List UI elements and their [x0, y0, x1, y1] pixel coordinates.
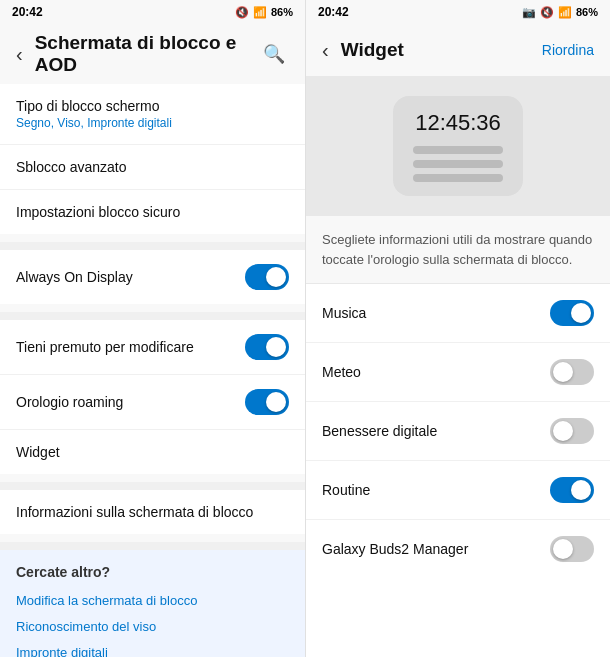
tipo-blocco-item[interactable]: Tipo di blocco schermo Segno, Viso, Impr…: [0, 84, 305, 145]
widget-line-2: [413, 160, 503, 168]
widget-page-title: Widget: [341, 39, 542, 61]
orologio-roaming-item[interactable]: Orologio roaming: [0, 375, 305, 430]
right-status-time: 20:42: [318, 5, 349, 19]
left-status-time: 20:42: [12, 5, 43, 19]
tieni-premuto-item[interactable]: Tieni premuto per modificare: [0, 320, 305, 375]
right-status-icons: 📷 🔇 📶 86%: [522, 6, 598, 19]
search-link-1[interactable]: Riconoscimento del viso: [16, 614, 289, 640]
musica-toggle[interactable]: [550, 300, 594, 326]
tieni-premuto-title: Tieni premuto per modificare: [16, 339, 245, 355]
orologio-roaming-toggle[interactable]: [245, 389, 289, 415]
camera-icon: 📷: [522, 6, 536, 19]
info-schermata-title: Informazioni sulla schermata di blocco: [16, 504, 289, 520]
left-status-bar: 20:42 🔇 📶 86%: [0, 0, 305, 24]
reorder-button[interactable]: Riordina: [542, 42, 594, 58]
widget-title: Widget: [16, 444, 289, 460]
widget-line-1: [413, 146, 503, 154]
left-status-icons: 🔇 📶 86%: [235, 6, 293, 19]
left-page-title: Schermata di blocco e AOD: [35, 32, 259, 76]
musica-label: Musica: [322, 305, 366, 321]
widget-back-button[interactable]: ‹: [314, 35, 337, 66]
benessere-item[interactable]: Benessere digitale: [306, 402, 610, 461]
widget-description: Scegliete informazioni utili da mostrare…: [306, 216, 610, 284]
section-misc: Tieni premuto per modificare Orologio ro…: [0, 320, 305, 474]
search-icon[interactable]: 🔍: [259, 39, 289, 69]
meteo-item[interactable]: Meteo: [306, 343, 610, 402]
sblocco-avanzato-item[interactable]: Sblocco avanzato: [0, 145, 305, 190]
divider-1: [0, 242, 305, 250]
signal-icon-right: 📶: [558, 6, 572, 19]
widget-preview-container: 12:45:36: [306, 76, 610, 216]
widget-clock: 12:45:36: [413, 110, 503, 136]
mute-icon-right: 🔇: [540, 6, 554, 19]
divider-4: [0, 542, 305, 550]
impostazioni-blocco-item[interactable]: Impostazioni blocco sicuro: [0, 190, 305, 234]
section-info: Informazioni sulla schermata di blocco: [0, 490, 305, 534]
impostazioni-blocco-title: Impostazioni blocco sicuro: [16, 204, 289, 220]
always-on-toggle[interactable]: [245, 264, 289, 290]
search-link-0[interactable]: Modifica la schermata di blocco: [16, 588, 289, 614]
benessere-toggle[interactable]: [550, 418, 594, 444]
routine-label: Routine: [322, 482, 370, 498]
right-panel: 20:42 📷 🔇 📶 86% ‹ Widget Riordina 12:45:…: [305, 0, 610, 657]
galaxy-buds-label: Galaxy Buds2 Manager: [322, 541, 468, 557]
meteo-label: Meteo: [322, 364, 361, 380]
left-panel: 20:42 🔇 📶 86% ‹ Schermata di blocco e AO…: [0, 0, 305, 657]
routine-item[interactable]: Routine: [306, 461, 610, 520]
meteo-toggle[interactable]: [550, 359, 594, 385]
signal-icon: 📶: [253, 6, 267, 19]
settings-scroll-area: Tipo di blocco schermo Segno, Viso, Impr…: [0, 84, 305, 657]
section-lock-type: Tipo di blocco schermo Segno, Viso, Impr…: [0, 84, 305, 234]
widget-preview: 12:45:36: [393, 96, 523, 196]
battery-left: 86%: [271, 6, 293, 18]
right-status-bar: 20:42 📷 🔇 📶 86%: [306, 0, 610, 24]
galaxy-buds-toggle[interactable]: [550, 536, 594, 562]
left-header: ‹ Schermata di blocco e AOD 🔍: [0, 24, 305, 84]
divider-2: [0, 312, 305, 320]
info-schermata-item[interactable]: Informazioni sulla schermata di blocco: [0, 490, 305, 534]
widget-item[interactable]: Widget: [0, 430, 305, 474]
routine-toggle[interactable]: [550, 477, 594, 503]
tipo-blocco-title: Tipo di blocco schermo: [16, 98, 289, 114]
right-header: ‹ Widget Riordina: [306, 24, 610, 76]
orologio-roaming-title: Orologio roaming: [16, 394, 245, 410]
mute-icon: 🔇: [235, 6, 249, 19]
section-aod: Always On Display: [0, 250, 305, 304]
search-link-2[interactable]: Impronte digitali: [16, 640, 289, 657]
galaxy-buds-item[interactable]: Galaxy Buds2 Manager: [306, 520, 610, 578]
back-button[interactable]: ‹: [8, 39, 31, 70]
battery-right: 86%: [576, 6, 598, 18]
widget-line-3: [413, 174, 503, 182]
always-on-title: Always On Display: [16, 269, 245, 285]
widget-items-list: Musica Meteo Benessere digitale Routine …: [306, 284, 610, 657]
search-section-title: Cercate altro?: [16, 564, 289, 580]
tipo-blocco-subtitle: Segno, Viso, Impronte digitali: [16, 116, 289, 130]
always-on-item[interactable]: Always On Display: [0, 250, 305, 304]
sblocco-avanzato-title: Sblocco avanzato: [16, 159, 289, 175]
tieni-premuto-toggle[interactable]: [245, 334, 289, 360]
musica-item[interactable]: Musica: [306, 284, 610, 343]
search-suggestions-section: Cercate altro? Modifica la schermata di …: [0, 550, 305, 657]
benessere-label: Benessere digitale: [322, 423, 437, 439]
divider-3: [0, 482, 305, 490]
